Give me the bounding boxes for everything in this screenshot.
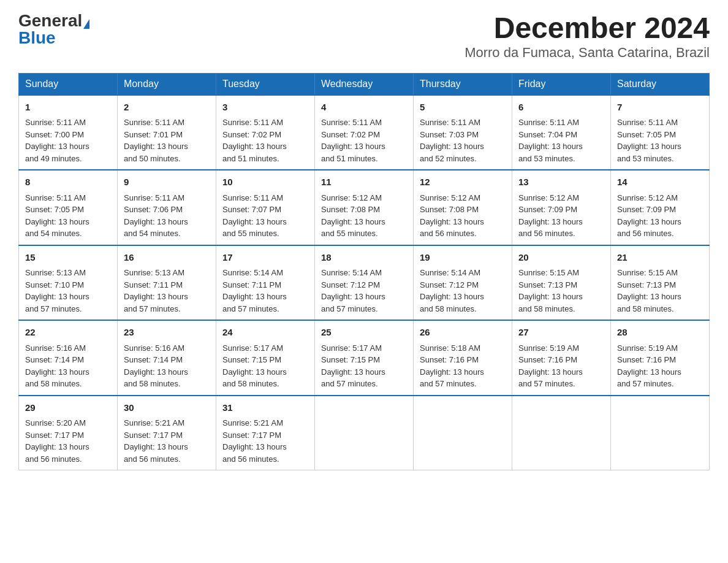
day-number: 4: [321, 101, 407, 115]
day-number: 28: [617, 326, 703, 340]
day-number: 24: [222, 326, 308, 340]
day-info: Sunrise: 5:11 AMSunset: 7:05 PMDaylight:…: [617, 118, 681, 163]
day-info: Sunrise: 5:18 AMSunset: 7:16 PMDaylight:…: [420, 343, 484, 389]
table-row: 7 Sunrise: 5:11 AMSunset: 7:05 PMDayligh…: [611, 95, 710, 170]
day-info: Sunrise: 5:11 AMSunset: 7:07 PMDaylight:…: [222, 193, 287, 239]
day-number: 26: [420, 326, 506, 340]
table-row: [512, 396, 611, 470]
week-row-1: 1 Sunrise: 5:11 AMSunset: 7:00 PMDayligh…: [19, 95, 710, 170]
col-monday: Monday: [118, 73, 216, 95]
day-number: 10: [222, 175, 308, 190]
page-title: December 2024: [464, 12, 710, 45]
table-row: 15 Sunrise: 5:13 AMSunset: 7:10 PMDaylig…: [19, 245, 118, 321]
day-info: Sunrise: 5:11 AMSunset: 7:02 PMDaylight:…: [222, 118, 287, 163]
day-info: Sunrise: 5:12 AMSunset: 7:09 PMDaylight:…: [617, 193, 681, 239]
day-number: 25: [321, 326, 407, 340]
table-row: [414, 396, 512, 470]
day-info: Sunrise: 5:13 AMSunset: 7:11 PMDaylight:…: [124, 268, 188, 313]
table-row: 21 Sunrise: 5:15 AMSunset: 7:13 PMDaylig…: [611, 245, 710, 321]
day-info: Sunrise: 5:12 AMSunset: 7:08 PMDaylight:…: [321, 193, 385, 239]
table-row: 28 Sunrise: 5:19 AMSunset: 7:16 PMDaylig…: [611, 320, 710, 396]
logo-line1: General: [18, 12, 89, 29]
table-row: [611, 396, 710, 470]
day-info: Sunrise: 5:13 AMSunset: 7:10 PMDaylight:…: [25, 268, 89, 313]
day-number: 15: [25, 251, 111, 265]
day-number: 1: [25, 101, 111, 115]
day-info: Sunrise: 5:19 AMSunset: 7:16 PMDaylight:…: [617, 343, 681, 389]
day-number: 3: [222, 101, 308, 115]
week-row-2: 8 Sunrise: 5:11 AMSunset: 7:05 PMDayligh…: [19, 170, 710, 245]
day-number: 8: [25, 175, 111, 190]
day-info: Sunrise: 5:19 AMSunset: 7:16 PMDaylight:…: [518, 343, 583, 389]
table-row: 4 Sunrise: 5:11 AMSunset: 7:02 PMDayligh…: [315, 95, 414, 170]
table-row: 18 Sunrise: 5:14 AMSunset: 7:12 PMDaylig…: [315, 245, 414, 321]
table-row: 13 Sunrise: 5:12 AMSunset: 7:09 PMDaylig…: [512, 170, 611, 245]
day-info: Sunrise: 5:16 AMSunset: 7:14 PMDaylight:…: [25, 343, 89, 389]
day-info: Sunrise: 5:15 AMSunset: 7:13 PMDaylight:…: [617, 268, 681, 313]
table-row: 2 Sunrise: 5:11 AMSunset: 7:01 PMDayligh…: [118, 95, 216, 170]
table-row: 26 Sunrise: 5:18 AMSunset: 7:16 PMDaylig…: [414, 320, 512, 396]
day-number: 14: [617, 175, 703, 190]
day-number: 21: [617, 251, 703, 265]
col-sunday: Sunday: [19, 73, 118, 95]
table-row: 24 Sunrise: 5:17 AMSunset: 7:15 PMDaylig…: [216, 320, 315, 396]
day-info: Sunrise: 5:16 AMSunset: 7:14 PMDaylight:…: [124, 343, 188, 389]
col-saturday: Saturday: [611, 73, 710, 95]
day-info: Sunrise: 5:11 AMSunset: 7:04 PMDaylight:…: [518, 118, 583, 163]
day-number: 19: [420, 251, 506, 265]
table-row: 5 Sunrise: 5:11 AMSunset: 7:03 PMDayligh…: [414, 95, 512, 170]
table-row: 6 Sunrise: 5:11 AMSunset: 7:04 PMDayligh…: [512, 95, 611, 170]
day-info: Sunrise: 5:11 AMSunset: 7:05 PMDaylight:…: [25, 193, 89, 239]
week-row-5: 29 Sunrise: 5:20 AMSunset: 7:17 PMDaylig…: [19, 396, 710, 470]
col-tuesday: Tuesday: [216, 73, 315, 95]
calendar-header-row: Sunday Monday Tuesday Wednesday Thursday…: [19, 73, 710, 95]
week-row-4: 22 Sunrise: 5:16 AMSunset: 7:14 PMDaylig…: [19, 320, 710, 396]
day-info: Sunrise: 5:14 AMSunset: 7:12 PMDaylight:…: [321, 268, 385, 313]
day-info: Sunrise: 5:12 AMSunset: 7:09 PMDaylight:…: [518, 193, 583, 239]
day-number: 20: [518, 251, 604, 265]
page-subtitle: Morro da Fumaca, Santa Catarina, Brazil: [464, 45, 710, 61]
table-row: 10 Sunrise: 5:11 AMSunset: 7:07 PMDaylig…: [216, 170, 315, 245]
week-row-3: 15 Sunrise: 5:13 AMSunset: 7:10 PMDaylig…: [19, 245, 710, 321]
day-number: 27: [518, 326, 604, 340]
day-info: Sunrise: 5:15 AMSunset: 7:13 PMDaylight:…: [518, 268, 583, 313]
day-number: 5: [420, 101, 506, 115]
table-row: 14 Sunrise: 5:12 AMSunset: 7:09 PMDaylig…: [611, 170, 710, 245]
day-info: Sunrise: 5:17 AMSunset: 7:15 PMDaylight:…: [222, 343, 287, 389]
calendar-table: Sunday Monday Tuesday Wednesday Thursday…: [18, 73, 710, 471]
day-number: 30: [124, 401, 210, 415]
logo-triangle-icon: [83, 19, 89, 29]
day-number: 17: [222, 251, 308, 265]
day-number: 29: [25, 401, 111, 415]
table-row: 31 Sunrise: 5:21 AMSunset: 7:17 PMDaylig…: [216, 396, 315, 470]
table-row: 23 Sunrise: 5:16 AMSunset: 7:14 PMDaylig…: [118, 320, 216, 396]
table-row: 11 Sunrise: 5:12 AMSunset: 7:08 PMDaylig…: [315, 170, 414, 245]
day-number: 31: [222, 401, 308, 415]
day-number: 12: [420, 175, 506, 190]
day-number: 11: [321, 175, 407, 190]
day-info: Sunrise: 5:12 AMSunset: 7:08 PMDaylight:…: [420, 193, 484, 239]
col-thursday: Thursday: [414, 73, 512, 95]
day-info: Sunrise: 5:21 AMSunset: 7:17 PMDaylight:…: [124, 418, 188, 464]
day-number: 6: [518, 101, 604, 115]
table-row: 1 Sunrise: 5:11 AMSunset: 7:00 PMDayligh…: [19, 95, 118, 170]
table-row: 17 Sunrise: 5:14 AMSunset: 7:11 PMDaylig…: [216, 245, 315, 321]
day-info: Sunrise: 5:21 AMSunset: 7:17 PMDaylight:…: [222, 418, 287, 464]
day-info: Sunrise: 5:14 AMSunset: 7:12 PMDaylight:…: [420, 268, 484, 313]
table-row: 25 Sunrise: 5:17 AMSunset: 7:15 PMDaylig…: [315, 320, 414, 396]
logo-general-text: General: [18, 11, 82, 30]
table-row: 29 Sunrise: 5:20 AMSunset: 7:17 PMDaylig…: [19, 396, 118, 470]
table-row: 16 Sunrise: 5:13 AMSunset: 7:11 PMDaylig…: [118, 245, 216, 321]
col-friday: Friday: [512, 73, 611, 95]
table-row: 19 Sunrise: 5:14 AMSunset: 7:12 PMDaylig…: [414, 245, 512, 321]
day-info: Sunrise: 5:17 AMSunset: 7:15 PMDaylight:…: [321, 343, 385, 389]
day-info: Sunrise: 5:11 AMSunset: 7:01 PMDaylight:…: [124, 118, 188, 163]
day-number: 2: [124, 101, 210, 115]
table-row: 3 Sunrise: 5:11 AMSunset: 7:02 PMDayligh…: [216, 95, 315, 170]
logo: General Blue: [18, 12, 89, 47]
col-wednesday: Wednesday: [315, 73, 414, 95]
day-info: Sunrise: 5:11 AMSunset: 7:03 PMDaylight:…: [420, 118, 484, 163]
day-info: Sunrise: 5:20 AMSunset: 7:17 PMDaylight:…: [25, 418, 89, 464]
logo-blue-text: Blue: [18, 28, 56, 47]
table-row: 27 Sunrise: 5:19 AMSunset: 7:16 PMDaylig…: [512, 320, 611, 396]
